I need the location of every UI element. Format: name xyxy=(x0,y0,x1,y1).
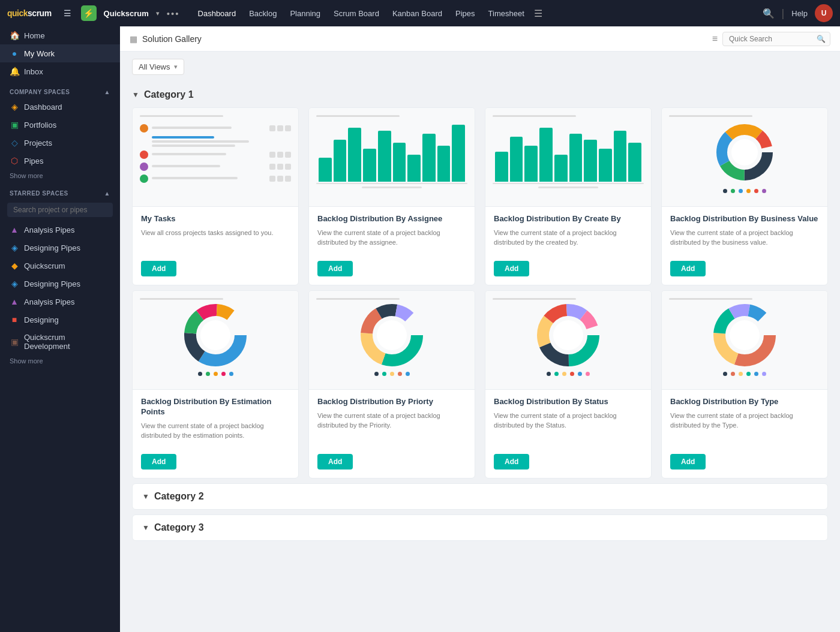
card-preview-backlog-type xyxy=(662,291,827,390)
sidebar-item-dashboard[interactable]: ◈ Dashboard xyxy=(0,98,120,116)
category1-header[interactable]: ▼ Category 1 xyxy=(132,82,828,107)
card-backlog-assignee: Backlog Distribution By Assignee View th… xyxy=(308,107,475,285)
add-button-backlog-business-value[interactable]: Add xyxy=(670,261,706,276)
card-body-backlog-status: Backlog Distribution By Status View the … xyxy=(485,390,651,448)
add-button-backlog-status[interactable]: Add xyxy=(494,454,529,470)
add-button-backlog-priority[interactable]: Add xyxy=(317,454,353,470)
card-title-my-tasks: My Tasks xyxy=(141,214,290,224)
card-backlog-estimation: Backlog Distribution By Estimation Point… xyxy=(132,290,299,478)
user-avatar[interactable]: U xyxy=(815,4,833,22)
add-button-my-tasks[interactable]: Add xyxy=(141,261,176,276)
search-icon[interactable]: 🔍 xyxy=(763,8,775,19)
menu-lines-icon[interactable]: ≡ xyxy=(712,34,718,44)
sidebar-label-quickscrum: Quickscrum xyxy=(24,261,65,270)
sidebar-item-analysis-pipes2[interactable]: ▲ Analysis Pipes xyxy=(0,293,120,311)
card-body-backlog-business-value: Backlog Distribution By Business Value V… xyxy=(662,207,827,255)
show-more-company[interactable]: Show more xyxy=(0,170,120,182)
sidebar-item-designing-pipes[interactable]: ◈ Designing Pipes xyxy=(0,239,120,257)
sidebar-label-mywork: My Work xyxy=(24,49,55,58)
sidebar-toggle[interactable]: ☰ xyxy=(64,8,71,18)
sidebar-label-inbox: Inbox xyxy=(24,67,43,76)
card-footer-backlog-assignee: Add xyxy=(309,255,475,285)
svg-point-5 xyxy=(731,139,758,165)
add-button-backlog-estimation[interactable]: Add xyxy=(141,454,176,470)
app-dropdown-icon[interactable]: ▾ xyxy=(156,10,160,17)
card-backlog-type: Backlog Distribution By Type View the cu… xyxy=(661,290,828,478)
card-desc-backlog-type: View the current state of a project back… xyxy=(670,411,819,441)
card-preview-backlog-status xyxy=(485,291,651,390)
svg-point-11 xyxy=(200,320,230,350)
sidebar-item-designing-pipes2[interactable]: ◈ Designing Pipes xyxy=(0,275,120,293)
sidebar-item-quickscrum[interactable]: ◆ Quickscrum xyxy=(0,257,120,275)
filter-bar: All Views ▾ xyxy=(120,52,840,82)
top-nav: Dashboard Backlog Planning Scrum Board K… xyxy=(192,7,755,20)
card-footer-backlog-priority: Add xyxy=(309,448,475,478)
card-title-backlog-create-by: Backlog Distribution By Create By xyxy=(494,214,643,224)
card-footer-my-tasks: Add xyxy=(133,255,298,285)
card-desc-backlog-priority: View the current state of a project back… xyxy=(317,411,466,441)
sidebar-item-mywork[interactable]: ● My Work xyxy=(0,44,120,62)
nav-kanban-board[interactable]: Kanban Board xyxy=(386,7,448,20)
card-preview-backlog-create-by xyxy=(485,108,651,207)
sidebar-label-designing-pipes2: Designing Pipes xyxy=(24,279,80,288)
sidebar-item-quickscrum-dev[interactable]: ▣ Quickscrum Development xyxy=(0,329,120,355)
sidebar-item-analysis-pipes[interactable]: ▲ Analysis Pipes xyxy=(0,221,120,239)
nav-backlog[interactable]: Backlog xyxy=(243,7,283,20)
gallery-content: All Views ▾ ▼ Category 1 xyxy=(120,52,840,632)
sub-header-icon: ▦ xyxy=(130,34,137,44)
card-footer-backlog-status: Add xyxy=(485,448,651,478)
sub-header-title: Solution Gallery xyxy=(142,34,707,44)
help-label[interactable]: Help xyxy=(791,9,808,18)
category2-header[interactable]: ▼ Category 2 xyxy=(142,484,818,509)
card-preview-backlog-priority xyxy=(309,291,475,390)
show-more-starred[interactable]: Show more xyxy=(0,355,120,367)
sidebar-search-input[interactable] xyxy=(7,203,113,217)
card-footer-backlog-estimation: Add xyxy=(133,448,298,478)
topbar: quickscrum ☰ ⚡ Quickscrum ▾ ••• Dashboar… xyxy=(0,0,840,26)
all-views-dropdown[interactable]: All Views ▾ xyxy=(132,59,184,75)
nav-pipes[interactable]: Pipes xyxy=(449,7,481,20)
nav-scrum-board[interactable]: Scrum Board xyxy=(328,7,385,20)
card-title-backlog-estimation: Backlog Distribution By Estimation Point… xyxy=(141,397,290,417)
dropdown-chevron: ▾ xyxy=(174,63,178,71)
sidebar-item-portfolios[interactable]: ▣ Portfolios xyxy=(0,116,120,134)
sub-header: ▦ Solution Gallery ≡ 🔍 xyxy=(120,26,840,52)
starred-spaces-label: Starred Spaces xyxy=(10,190,68,197)
sidebar-item-home[interactable]: 🏠 Home xyxy=(0,26,120,44)
add-button-backlog-assignee[interactable]: Add xyxy=(317,261,353,276)
card-desc-backlog-create-by: View the current state of a project back… xyxy=(494,228,643,248)
app-more-icon[interactable]: ••• xyxy=(167,8,180,19)
sidebar-label-designing-pipes: Designing Pipes xyxy=(24,243,80,252)
category1-chevron: ▼ xyxy=(132,91,139,99)
sidebar-label-designing: Designing xyxy=(24,315,59,324)
nav-more-icon[interactable]: ☰ xyxy=(534,8,542,19)
nav-timesheet[interactable]: Timesheet xyxy=(482,7,530,20)
card-title-backlog-priority: Backlog Distribution By Priorty xyxy=(317,397,466,407)
pipes-icon: ⬡ xyxy=(10,156,19,165)
sidebar-item-inbox[interactable]: 🔔 Inbox xyxy=(0,62,120,80)
company-spaces-header[interactable]: Company Spaces ▲ xyxy=(0,80,120,98)
logo-text: quickscrum xyxy=(7,8,52,18)
sidebar-item-designing[interactable]: ■ Designing xyxy=(0,311,120,329)
quick-search-input[interactable] xyxy=(722,32,830,46)
card-desc-backlog-status: View the current state of a project back… xyxy=(494,411,643,441)
analysis-pipes-icon: ▲ xyxy=(10,225,19,234)
nav-planning[interactable]: Planning xyxy=(284,7,326,20)
add-button-backlog-create-by[interactable]: Add xyxy=(494,261,529,276)
app-logo[interactable]: quickscrum xyxy=(7,8,52,18)
card-body-my-tasks: My Tasks View all cross projects tasks a… xyxy=(133,207,298,255)
nav-dashboard[interactable]: Dashboard xyxy=(192,7,242,20)
work-icon: ● xyxy=(10,49,19,58)
card-preview-backlog-business-value xyxy=(662,108,827,207)
starred-spaces-header[interactable]: Starred Spaces ▲ xyxy=(0,182,120,199)
sidebar-label-pipes: Pipes xyxy=(24,157,44,165)
sidebar-label-projects: Projects xyxy=(24,139,52,148)
category3-header[interactable]: ▼ Category 3 xyxy=(142,515,818,540)
cards-grid-row2: Backlog Distribution By Estimation Point… xyxy=(132,290,828,478)
add-button-backlog-type[interactable]: Add xyxy=(670,454,706,470)
company-chevron: ▲ xyxy=(104,89,110,95)
sidebar-item-pipes[interactable]: ⬡ Pipes xyxy=(0,152,120,170)
designing-pipes2-icon: ◈ xyxy=(10,279,19,288)
card-desc-my-tasks: View all cross projects tasks assigned t… xyxy=(141,228,290,248)
sidebar-item-projects[interactable]: ◇ Projects xyxy=(0,134,120,152)
